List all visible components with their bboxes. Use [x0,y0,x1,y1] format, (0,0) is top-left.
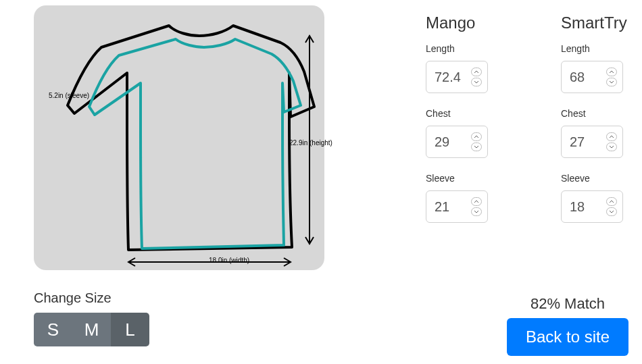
back-to-site-button[interactable]: Back to site [507,318,628,356]
smarttry-sleeve-field[interactable]: 18 [561,190,623,223]
change-size-section: Change Size S M L [34,290,324,346]
smarttry-chest-field[interactable]: 27 [561,126,623,158]
width-label: 18.0in (width) [209,257,249,264]
mango-chest-down[interactable] [471,142,482,151]
mango-chest-value: 29 [435,134,449,150]
brand-title-smarttry: SmartTry [561,14,642,32]
chevron-down-icon [609,210,614,213]
footer-right: 82% Match Back to site [507,295,628,356]
shirt-smarttry-outline [89,39,301,249]
smarttry-length-field[interactable]: 68 [561,61,623,93]
mango-sleeve-label: Sleeve [426,173,534,184]
chevron-up-icon [474,200,479,203]
chevron-down-icon [474,80,479,84]
size-button-m[interactable]: M [72,313,111,346]
smarttry-sleeve-label: Sleeve [561,173,642,184]
smarttry-chest-down[interactable] [606,142,617,151]
chevron-up-icon [474,135,479,138]
mango-length-value: 72.4 [435,70,461,85]
smarttry-chest-spinner [606,132,617,151]
smarttry-length-down[interactable] [606,78,617,86]
smarttry-sleeve-spinner [606,197,617,216]
chevron-up-icon [609,70,614,74]
smarttry-sleeve-down[interactable] [606,207,617,216]
mango-sleeve-down[interactable] [471,207,482,216]
mango-sleeve-up[interactable] [471,197,482,206]
chevron-up-icon [474,70,479,74]
mango-chest-label: Chest [426,108,534,119]
chevron-down-icon [474,210,479,213]
smarttry-chest-up[interactable] [606,132,617,141]
mango-sleeve-field[interactable]: 21 [426,190,488,223]
brand-column-smarttry: SmartTry Length 68 Chest 27 [561,14,642,238]
tshirt-svg [34,5,324,270]
brand-column-mango: Mango Length 72.4 Chest 29 [426,14,534,238]
size-button-s[interactable]: S [34,313,72,346]
chevron-down-icon [609,145,614,149]
mango-length-label: Length [426,43,534,54]
mango-chest-up[interactable] [471,132,482,141]
size-diagram: 5.2in (sleeve) 22.9in (height) 18.0in (w… [34,5,324,270]
chevron-up-icon [609,200,614,203]
sleeve-label: 5.2in (sleeve) [49,92,89,99]
mango-chest-spinner [471,132,482,151]
size-button-l[interactable]: L [111,313,149,346]
mango-length-field[interactable]: 72.4 [426,61,488,93]
smarttry-length-spinner [606,68,617,86]
smarttry-chest-value: 27 [570,134,585,150]
mango-chest-field[interactable]: 29 [426,126,488,158]
mango-length-spinner [471,68,482,86]
change-size-title: Change Size [34,290,324,306]
smarttry-length-label: Length [561,43,642,54]
size-button-group: S M L [34,313,149,346]
smarttry-sleeve-value: 18 [570,199,585,215]
chevron-down-icon [609,80,614,84]
chevron-up-icon [609,135,614,138]
mango-length-down[interactable] [471,78,482,86]
smarttry-length-value: 68 [570,70,585,85]
chevron-down-icon [474,145,479,149]
mango-sleeve-spinner [471,197,482,216]
smarttry-sleeve-up[interactable] [606,197,617,206]
match-percentage: 82% Match [507,295,628,313]
smarttry-length-up[interactable] [606,68,617,76]
mango-sleeve-value: 21 [435,199,449,215]
mango-length-up[interactable] [471,68,482,76]
smarttry-chest-label: Chest [561,108,642,119]
height-label: 22.9in (height) [289,139,332,147]
brand-title-mango: Mango [426,14,534,32]
